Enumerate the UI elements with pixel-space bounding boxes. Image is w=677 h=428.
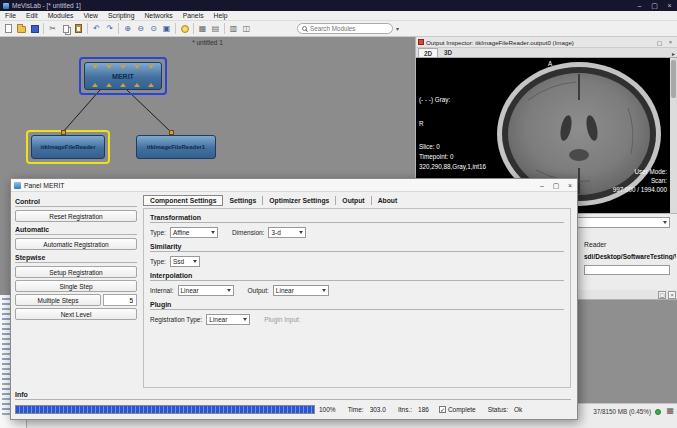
dialog-titlebar[interactable]: Panel MERIT – ▢ ×	[11, 179, 577, 192]
automatic-registration-button[interactable]: Automatic Registration	[15, 238, 137, 250]
toolbar-separator	[87, 23, 88, 34]
plugin-group: Plugin Registration Type: Linear Plugin …	[150, 301, 564, 325]
highlight-button[interactable]	[178, 22, 191, 35]
plugin-header: Plugin	[150, 301, 564, 310]
close-button[interactable]: ×	[662, 0, 677, 11]
chevron-down-icon	[193, 260, 197, 263]
multiple-steps-input[interactable]	[103, 294, 137, 306]
input-connector-icon	[134, 65, 140, 69]
iterations-value: 186	[418, 406, 429, 413]
output-connector-icon	[120, 83, 126, 87]
dialog-close-button[interactable]: ×	[563, 179, 577, 192]
output-interpolation-select[interactable]: Linear	[273, 285, 329, 296]
copy-button[interactable]	[59, 22, 72, 35]
dimension-select[interactable]: 3-d	[268, 227, 306, 238]
toolbar-separator	[224, 23, 225, 34]
align-columns-button[interactable]: ▥	[227, 22, 240, 35]
tab-settings[interactable]: Settings	[223, 196, 263, 205]
tab-component-settings[interactable]: Component Settings	[143, 195, 223, 206]
module-search-input[interactable]	[310, 25, 388, 32]
toolbar: ✂ ↶ ↷ ⊕ ⊖ ⊙ ▣ ▦ ▤ ▥ ◫ ▾	[0, 21, 677, 37]
orientation-marker-right: R	[419, 120, 424, 127]
menu-item-modules[interactable]: Modules	[43, 12, 79, 19]
align-split-button[interactable]: ◫	[240, 22, 253, 35]
minimize-button[interactable]: –	[632, 0, 647, 11]
layout-grid-icon[interactable]: ▦	[666, 406, 674, 415]
registration-type-value: Linear	[209, 316, 227, 323]
tab-optimizer-settings[interactable]: Optimizer Settings	[263, 196, 336, 205]
progress-percent: 100%	[319, 406, 336, 413]
complete-checkbox[interactable]: ✓	[439, 406, 446, 413]
viewport-scrollbar[interactable]	[670, 58, 677, 213]
menu-item-networks[interactable]: Networks	[139, 12, 177, 19]
user-mode-label: User Mode:	[634, 168, 667, 175]
tab-about[interactable]: About	[372, 196, 404, 205]
paste-icon	[75, 24, 82, 33]
cut-button[interactable]: ✂	[46, 22, 59, 35]
tab-output[interactable]: Output	[336, 196, 371, 205]
tabs-overflow-chevron-icon[interactable]: ▸	[672, 50, 677, 57]
multiple-steps-button[interactable]: Multiple Steps	[15, 294, 101, 306]
dialog-tabs: Component Settings Settings Optimizer Se…	[143, 194, 571, 206]
dimension-value: 3-d	[271, 229, 280, 236]
info-row: 100% Time: 303.0 Itns.: 186 ✓ Complete S…	[15, 403, 571, 416]
redo-button[interactable]: ↷	[103, 22, 116, 35]
connection-line[interactable]	[127, 90, 171, 132]
chevron-down-icon	[299, 231, 303, 234]
file-path-field[interactable]	[584, 265, 670, 275]
save-button[interactable]	[28, 22, 41, 35]
open-button[interactable]	[15, 22, 28, 35]
registration-type-select[interactable]: Linear	[206, 314, 250, 325]
similarity-type-select[interactable]: Ssd	[170, 256, 200, 267]
transformation-type-value: Affine	[173, 229, 190, 236]
setup-registration-button[interactable]: Setup Registration	[15, 266, 137, 278]
zoom-out-button[interactable]: ⊖	[134, 22, 147, 35]
scan-label: Scan:	[651, 177, 667, 184]
float-panel-icon[interactable]: ▢	[655, 38, 664, 47]
copy-icon	[63, 25, 69, 33]
dialog-minimize-button[interactable]: –	[535, 179, 549, 192]
zoom-in-button[interactable]: ⊕	[121, 22, 134, 35]
lamp-icon	[181, 25, 189, 33]
tab-3d[interactable]: 3D	[439, 48, 457, 57]
close-panel-icon[interactable]: ×	[668, 291, 676, 299]
float-panel-icon[interactable]: ▢	[658, 291, 666, 299]
app-icon	[3, 3, 9, 9]
menu-item-view[interactable]: View	[78, 12, 103, 19]
menu-item-scripting[interactable]: Scripting	[103, 12, 139, 19]
undo-button[interactable]: ↶	[90, 22, 103, 35]
reset-registration-button[interactable]: Reset Registration	[15, 210, 137, 222]
search-dropdown-chevron-icon[interactable]: ▾	[396, 25, 399, 32]
next-level-button[interactable]: Next Level	[15, 308, 137, 320]
zoom-fit-button[interactable]: ▣	[160, 22, 173, 35]
menu-item-panels[interactable]: Panels	[178, 12, 209, 19]
tab-2d[interactable]: 2D	[418, 48, 438, 57]
transformation-type-select[interactable]: Affine	[170, 227, 218, 238]
reader1-node[interactable]: itkImageFileReader1	[136, 135, 216, 159]
grid-button[interactable]: ▦	[196, 22, 209, 35]
internal-interpolation-select[interactable]: Linear	[178, 285, 234, 296]
output-connector-icon	[134, 83, 140, 87]
close-panel-icon[interactable]: ×	[666, 38, 675, 47]
similarity-type-value: Ssd	[173, 258, 184, 265]
merit-input-connectors[interactable]	[92, 65, 154, 69]
window-title: MeVisLab - [* untitled 1]	[12, 2, 81, 9]
paste-button[interactable]	[72, 22, 85, 35]
single-step-button[interactable]: Single Step	[15, 280, 137, 292]
menu-item-edit[interactable]: Edit	[21, 12, 43, 19]
merit-output-connectors[interactable]	[92, 83, 154, 87]
merit-node[interactable]: MERIT	[84, 62, 162, 90]
stepwise-header: Stepwise	[15, 254, 137, 263]
arrange-rows-button[interactable]: ▤	[209, 22, 222, 35]
dialog-maximize-button[interactable]: ▢	[549, 179, 563, 192]
reader-node[interactable]: itkImageFileReader	[31, 135, 105, 159]
zoom-actual-button[interactable]: ⊙	[147, 22, 160, 35]
menu-item-file[interactable]: File	[0, 12, 21, 19]
module-search-box	[297, 23, 393, 34]
complete-label: Complete	[448, 406, 476, 413]
info-header: Info	[15, 391, 571, 400]
connection-line[interactable]	[63, 90, 100, 132]
maximize-button[interactable]: ▢	[647, 0, 662, 11]
new-document-button[interactable]	[2, 22, 15, 35]
menu-item-help[interactable]: Help	[209, 12, 233, 19]
